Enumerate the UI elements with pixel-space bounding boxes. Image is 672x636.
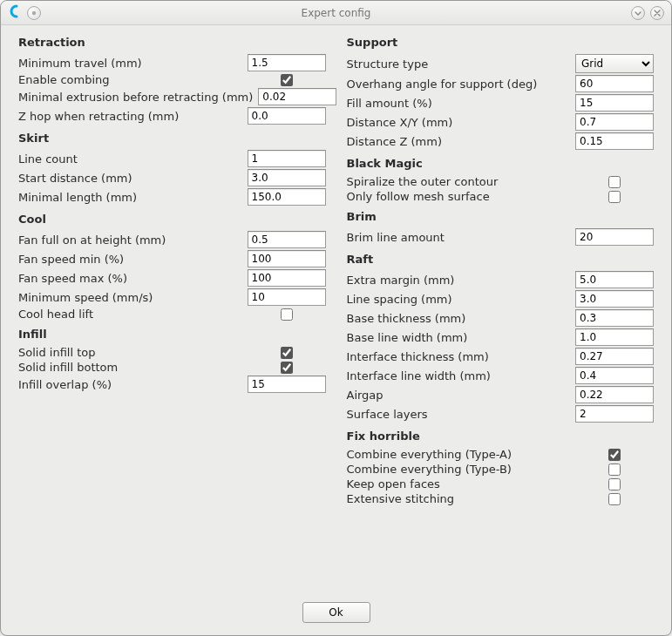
start-distance-input[interactable] xyxy=(248,169,326,186)
spiralize-label: Spiralize the outer contour xyxy=(347,175,571,188)
cool-title: Cool xyxy=(18,213,326,226)
distance-z-input[interactable] xyxy=(575,132,654,150)
structure-type-select[interactable]: GridLines xyxy=(575,54,654,73)
minimal-extrusion-label: Minimal extrusion before retracting (mm) xyxy=(18,91,253,104)
fan-speed-max-label: Fan speed max (%) xyxy=(18,272,242,285)
raft-title: Raft xyxy=(347,253,655,266)
interface-thickness-label: Interface thickness (mm) xyxy=(347,350,571,363)
expert-config-window: Expert config Retraction Minimum travel … xyxy=(0,0,672,636)
minimal-extrusion-input[interactable] xyxy=(258,88,336,105)
retraction-title: Retraction xyxy=(18,36,326,49)
extra-margin-input[interactable] xyxy=(575,271,654,288)
base-thickness-input[interactable] xyxy=(575,309,654,327)
interface-line-width-label: Interface line width (mm) xyxy=(347,369,571,382)
left-column: Retraction Minimum travel (mm) Enable co… xyxy=(18,34,326,592)
fan-full-on-input[interactable] xyxy=(248,231,326,248)
line-count-input[interactable] xyxy=(248,150,326,167)
distance-xy-input[interactable] xyxy=(575,113,654,131)
spiralize-checkbox[interactable] xyxy=(608,176,621,188)
infill-title: Infill xyxy=(18,328,326,341)
combine-a-label: Combine everything (Type-A) xyxy=(347,448,571,461)
interface-line-width-input[interactable] xyxy=(575,367,654,384)
app-icon xyxy=(8,4,22,21)
fill-amount-label: Fill amount (%) xyxy=(347,97,571,110)
titlebar: Expert config xyxy=(1,1,671,25)
extensive-stitching-label: Extensive stitching xyxy=(347,492,571,505)
fan-speed-min-input[interactable] xyxy=(248,250,326,267)
airgap-label: Airgap xyxy=(347,389,571,402)
footer: Ok xyxy=(1,595,671,635)
close-button[interactable] xyxy=(650,6,664,20)
fan-speed-max-input[interactable] xyxy=(248,269,326,287)
base-line-width-input[interactable] xyxy=(575,328,654,346)
keep-open-faces-checkbox[interactable] xyxy=(608,478,621,491)
only-follow-mesh-checkbox[interactable] xyxy=(608,191,621,203)
keep-open-faces-label: Keep open faces xyxy=(347,477,571,491)
enable-combing-label: Enable combing xyxy=(18,73,242,86)
minimum-speed-input[interactable] xyxy=(248,288,326,306)
structure-type-label: Structure type xyxy=(347,58,571,71)
infill-overlap-label: Infill overlap (%) xyxy=(18,378,242,391)
minimum-travel-input[interactable] xyxy=(248,54,326,71)
enable-combing-checkbox[interactable] xyxy=(281,74,293,86)
cool-head-lift-checkbox[interactable] xyxy=(281,308,293,321)
line-spacing-label: Line spacing (mm) xyxy=(347,293,571,306)
brim-title: Brim xyxy=(347,210,655,223)
interface-thickness-input[interactable] xyxy=(575,348,654,365)
fan-speed-min-label: Fan speed min (%) xyxy=(18,253,242,266)
shade-button[interactable] xyxy=(27,6,41,20)
window-title: Expert config xyxy=(1,7,671,19)
cool-head-lift-label: Cool head lift xyxy=(18,308,242,321)
distance-xy-label: Distance X/Y (mm) xyxy=(347,116,571,129)
combine-b-label: Combine everything (Type-B) xyxy=(347,463,571,476)
airgap-input[interactable] xyxy=(575,386,654,403)
line-count-label: Line count xyxy=(18,152,242,166)
solid-bottom-label: Solid infill bottom xyxy=(18,361,242,374)
distance-z-label: Distance Z (mm) xyxy=(347,135,571,148)
ok-button[interactable]: Ok xyxy=(302,602,370,623)
fan-full-on-label: Fan full on at height (mm) xyxy=(18,233,242,247)
overhang-angle-label: Overhang angle for support (deg) xyxy=(347,78,571,91)
z-hop-input[interactable] xyxy=(248,107,326,125)
combine-a-checkbox[interactable] xyxy=(608,449,621,461)
fill-amount-input[interactable] xyxy=(575,94,654,112)
fix-horrible-title: Fix horrible xyxy=(347,430,655,443)
solid-top-label: Solid infill top xyxy=(18,346,242,359)
overhang-angle-input[interactable] xyxy=(575,75,654,92)
minimize-button[interactable] xyxy=(631,6,645,20)
extensive-stitching-checkbox[interactable] xyxy=(608,493,621,505)
minimum-travel-label: Minimum travel (mm) xyxy=(18,57,242,70)
brim-line-amount-label: Brim line amount xyxy=(347,231,571,244)
base-line-width-label: Base line width (mm) xyxy=(347,331,571,344)
svg-point-0 xyxy=(32,10,36,14)
line-spacing-input[interactable] xyxy=(575,290,654,308)
infill-overlap-input[interactable] xyxy=(248,376,326,393)
minimum-speed-label: Minimum speed (mm/s) xyxy=(18,291,242,304)
start-distance-label: Start distance (mm) xyxy=(18,172,242,185)
minimal-length-label: Minimal length (mm) xyxy=(18,191,242,204)
solid-top-checkbox[interactable] xyxy=(281,347,293,359)
extra-margin-label: Extra margin (mm) xyxy=(347,274,571,287)
content-area: Retraction Minimum travel (mm) Enable co… xyxy=(1,25,671,595)
z-hop-label: Z hop when retracting (mm) xyxy=(18,110,242,123)
surface-layers-label: Surface layers xyxy=(347,408,571,421)
black-magic-title: Black Magic xyxy=(347,157,655,170)
solid-bottom-checkbox[interactable] xyxy=(281,362,293,374)
right-column: Support Structure type GridLines Overhan… xyxy=(347,34,655,592)
support-title: Support xyxy=(347,36,655,49)
surface-layers-input[interactable] xyxy=(575,405,654,423)
only-follow-mesh-label: Only follow mesh surface xyxy=(347,190,571,203)
brim-line-amount-input[interactable] xyxy=(575,228,654,246)
minimal-length-input[interactable] xyxy=(248,188,326,206)
base-thickness-label: Base thickness (mm) xyxy=(347,312,571,325)
skirt-title: Skirt xyxy=(18,132,326,145)
combine-b-checkbox[interactable] xyxy=(608,463,621,476)
